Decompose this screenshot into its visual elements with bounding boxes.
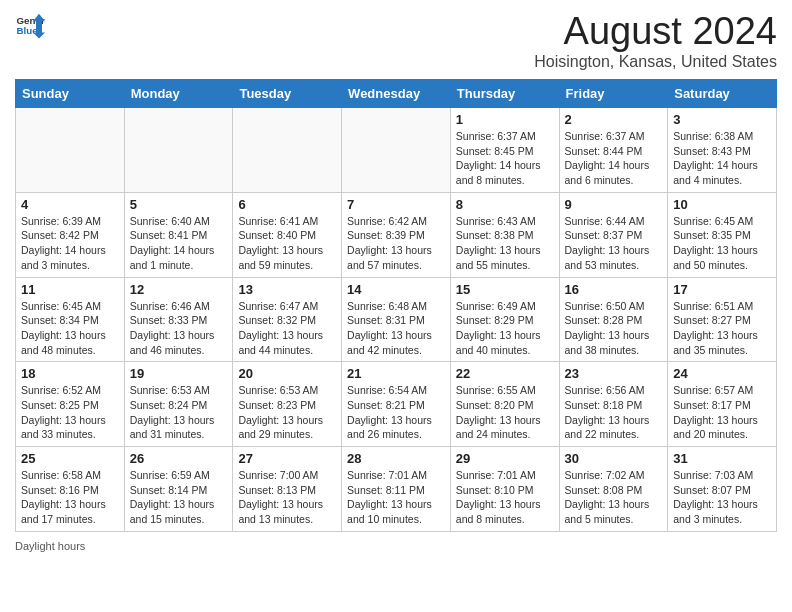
weekday-header-sunday: Sunday — [16, 80, 125, 108]
day-number: 15 — [456, 282, 554, 297]
day-info: Sunrise: 6:46 AMSunset: 8:33 PMDaylight:… — [130, 299, 228, 358]
calendar-day-26: 26Sunrise: 6:59 AMSunset: 8:14 PMDayligh… — [124, 447, 233, 532]
calendar-day-20: 20Sunrise: 6:53 AMSunset: 8:23 PMDayligh… — [233, 362, 342, 447]
calendar-day-29: 29Sunrise: 7:01 AMSunset: 8:10 PMDayligh… — [450, 447, 559, 532]
calendar-day-18: 18Sunrise: 6:52 AMSunset: 8:25 PMDayligh… — [16, 362, 125, 447]
calendar-day-1: 1Sunrise: 6:37 AMSunset: 8:45 PMDaylight… — [450, 108, 559, 193]
calendar-week-4: 25Sunrise: 6:58 AMSunset: 8:16 PMDayligh… — [16, 447, 777, 532]
day-info: Sunrise: 6:53 AMSunset: 8:24 PMDaylight:… — [130, 383, 228, 442]
day-info: Sunrise: 6:37 AMSunset: 8:45 PMDaylight:… — [456, 129, 554, 188]
day-number: 20 — [238, 366, 336, 381]
day-number: 18 — [21, 366, 119, 381]
day-number: 1 — [456, 112, 554, 127]
day-info: Sunrise: 6:38 AMSunset: 8:43 PMDaylight:… — [673, 129, 771, 188]
calendar-day-25: 25Sunrise: 6:58 AMSunset: 8:16 PMDayligh… — [16, 447, 125, 532]
day-info: Sunrise: 6:39 AMSunset: 8:42 PMDaylight:… — [21, 214, 119, 273]
weekday-header-friday: Friday — [559, 80, 668, 108]
day-info: Sunrise: 6:51 AMSunset: 8:27 PMDaylight:… — [673, 299, 771, 358]
day-number: 26 — [130, 451, 228, 466]
logo-icon: General Blue — [15, 10, 45, 40]
day-info: Sunrise: 6:41 AMSunset: 8:40 PMDaylight:… — [238, 214, 336, 273]
page-header: General Blue August 2024 Hoisington, Kan… — [15, 10, 777, 71]
calendar-day-9: 9Sunrise: 6:44 AMSunset: 8:37 PMDaylight… — [559, 192, 668, 277]
day-number: 9 — [565, 197, 663, 212]
calendar-day-13: 13Sunrise: 6:47 AMSunset: 8:32 PMDayligh… — [233, 277, 342, 362]
calendar-week-3: 18Sunrise: 6:52 AMSunset: 8:25 PMDayligh… — [16, 362, 777, 447]
title-area: August 2024 Hoisington, Kansas, United S… — [534, 10, 777, 71]
day-info: Sunrise: 6:42 AMSunset: 8:39 PMDaylight:… — [347, 214, 445, 273]
weekday-header-row: SundayMondayTuesdayWednesdayThursdayFrid… — [16, 80, 777, 108]
day-number: 29 — [456, 451, 554, 466]
calendar-day-11: 11Sunrise: 6:45 AMSunset: 8:34 PMDayligh… — [16, 277, 125, 362]
day-info: Sunrise: 7:00 AMSunset: 8:13 PMDaylight:… — [238, 468, 336, 527]
weekday-header-thursday: Thursday — [450, 80, 559, 108]
day-number: 17 — [673, 282, 771, 297]
calendar-day-22: 22Sunrise: 6:55 AMSunset: 8:20 PMDayligh… — [450, 362, 559, 447]
calendar-day-16: 16Sunrise: 6:50 AMSunset: 8:28 PMDayligh… — [559, 277, 668, 362]
calendar-day-empty — [16, 108, 125, 193]
calendar-day-10: 10Sunrise: 6:45 AMSunset: 8:35 PMDayligh… — [668, 192, 777, 277]
day-info: Sunrise: 7:03 AMSunset: 8:07 PMDaylight:… — [673, 468, 771, 527]
calendar-day-12: 12Sunrise: 6:46 AMSunset: 8:33 PMDayligh… — [124, 277, 233, 362]
day-number: 8 — [456, 197, 554, 212]
calendar-day-empty — [124, 108, 233, 193]
calendar-week-2: 11Sunrise: 6:45 AMSunset: 8:34 PMDayligh… — [16, 277, 777, 362]
day-info: Sunrise: 6:54 AMSunset: 8:21 PMDaylight:… — [347, 383, 445, 442]
logo: General Blue — [15, 10, 45, 40]
calendar-day-5: 5Sunrise: 6:40 AMSunset: 8:41 PMDaylight… — [124, 192, 233, 277]
day-info: Sunrise: 6:45 AMSunset: 8:35 PMDaylight:… — [673, 214, 771, 273]
day-number: 27 — [238, 451, 336, 466]
weekday-header-wednesday: Wednesday — [342, 80, 451, 108]
calendar-day-14: 14Sunrise: 6:48 AMSunset: 8:31 PMDayligh… — [342, 277, 451, 362]
month-title: August 2024 — [534, 10, 777, 53]
day-info: Sunrise: 6:43 AMSunset: 8:38 PMDaylight:… — [456, 214, 554, 273]
calendar-day-2: 2Sunrise: 6:37 AMSunset: 8:44 PMDaylight… — [559, 108, 668, 193]
day-info: Sunrise: 6:45 AMSunset: 8:34 PMDaylight:… — [21, 299, 119, 358]
calendar-day-28: 28Sunrise: 7:01 AMSunset: 8:11 PMDayligh… — [342, 447, 451, 532]
day-number: 6 — [238, 197, 336, 212]
calendar-day-7: 7Sunrise: 6:42 AMSunset: 8:39 PMDaylight… — [342, 192, 451, 277]
day-number: 24 — [673, 366, 771, 381]
calendar-day-3: 3Sunrise: 6:38 AMSunset: 8:43 PMDaylight… — [668, 108, 777, 193]
day-info: Sunrise: 6:47 AMSunset: 8:32 PMDaylight:… — [238, 299, 336, 358]
weekday-header-tuesday: Tuesday — [233, 80, 342, 108]
day-info: Sunrise: 6:59 AMSunset: 8:14 PMDaylight:… — [130, 468, 228, 527]
daylight-label: Daylight hours — [15, 540, 85, 552]
day-info: Sunrise: 7:01 AMSunset: 8:11 PMDaylight:… — [347, 468, 445, 527]
day-number: 2 — [565, 112, 663, 127]
day-number: 3 — [673, 112, 771, 127]
day-info: Sunrise: 6:52 AMSunset: 8:25 PMDaylight:… — [21, 383, 119, 442]
day-number: 19 — [130, 366, 228, 381]
day-info: Sunrise: 6:40 AMSunset: 8:41 PMDaylight:… — [130, 214, 228, 273]
calendar-week-1: 4Sunrise: 6:39 AMSunset: 8:42 PMDaylight… — [16, 192, 777, 277]
calendar-day-6: 6Sunrise: 6:41 AMSunset: 8:40 PMDaylight… — [233, 192, 342, 277]
calendar-day-24: 24Sunrise: 6:57 AMSunset: 8:17 PMDayligh… — [668, 362, 777, 447]
day-number: 22 — [456, 366, 554, 381]
calendar-day-4: 4Sunrise: 6:39 AMSunset: 8:42 PMDaylight… — [16, 192, 125, 277]
calendar-header: SundayMondayTuesdayWednesdayThursdayFrid… — [16, 80, 777, 108]
day-number: 25 — [21, 451, 119, 466]
day-info: Sunrise: 7:02 AMSunset: 8:08 PMDaylight:… — [565, 468, 663, 527]
calendar-table: SundayMondayTuesdayWednesdayThursdayFrid… — [15, 79, 777, 532]
day-info: Sunrise: 6:49 AMSunset: 8:29 PMDaylight:… — [456, 299, 554, 358]
day-number: 14 — [347, 282, 445, 297]
day-number: 5 — [130, 197, 228, 212]
calendar-day-15: 15Sunrise: 6:49 AMSunset: 8:29 PMDayligh… — [450, 277, 559, 362]
day-number: 11 — [21, 282, 119, 297]
weekday-header-monday: Monday — [124, 80, 233, 108]
day-number: 7 — [347, 197, 445, 212]
day-info: Sunrise: 6:55 AMSunset: 8:20 PMDaylight:… — [456, 383, 554, 442]
day-number: 23 — [565, 366, 663, 381]
day-number: 16 — [565, 282, 663, 297]
day-number: 30 — [565, 451, 663, 466]
day-info: Sunrise: 6:44 AMSunset: 8:37 PMDaylight:… — [565, 214, 663, 273]
weekday-header-saturday: Saturday — [668, 80, 777, 108]
calendar-body: 1Sunrise: 6:37 AMSunset: 8:45 PMDaylight… — [16, 108, 777, 532]
calendar-week-0: 1Sunrise: 6:37 AMSunset: 8:45 PMDaylight… — [16, 108, 777, 193]
day-info: Sunrise: 7:01 AMSunset: 8:10 PMDaylight:… — [456, 468, 554, 527]
day-info: Sunrise: 6:50 AMSunset: 8:28 PMDaylight:… — [565, 299, 663, 358]
calendar-day-23: 23Sunrise: 6:56 AMSunset: 8:18 PMDayligh… — [559, 362, 668, 447]
day-number: 21 — [347, 366, 445, 381]
calendar-day-empty — [233, 108, 342, 193]
calendar-day-31: 31Sunrise: 7:03 AMSunset: 8:07 PMDayligh… — [668, 447, 777, 532]
